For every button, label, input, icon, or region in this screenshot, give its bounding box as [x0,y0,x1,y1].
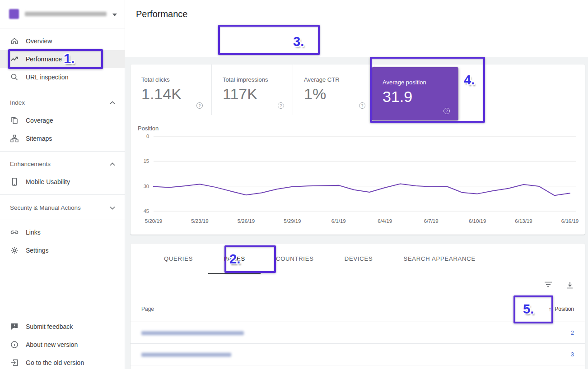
svg-text:5/23/19: 5/23/19 [191,218,208,224]
filter-bar: Search type: Web Date: Last 28 days NEW … [125,28,588,57]
chevron-down-icon [110,204,115,211]
sidebar-item-label: Submit feedback [26,323,73,330]
chevron-down-icon [112,10,117,18]
svg-text:6/10/19: 6/10/19 [469,218,486,224]
sidebar-group-security-manual-actions[interactable]: Security & Manual Actions [0,198,125,217]
sidebar-item-performance[interactable]: Performance [0,50,125,68]
metric-total-impressions[interactable]: Total impressions 117K ? [212,65,293,115]
sidebar: Overview Performance URL inspection Inde… [0,0,125,369]
table-filter-icon[interactable] [544,281,552,289]
content-area: Total clicks 1.14K ? Total impressions 1… [125,57,588,369]
chevron-up-icon [110,161,115,167]
table-toolbar [131,274,585,296]
sidebar-item-label: URL inspection [26,74,68,81]
svg-text:?: ? [280,103,282,108]
column-header-position[interactable]: ↑ Position [548,296,574,322]
sidebar-item-url-inspection[interactable]: URL inspection [0,68,125,86]
sidebar-item-label: Performance [26,55,62,63]
property-name-redacted [25,12,107,16]
tab-search-appearance[interactable]: SEARCH APPEARANCE [388,244,491,274]
sidebar-group-index[interactable]: Index [0,93,125,111]
tab-label: PAGES [224,255,245,262]
sidebar-item-sitemaps[interactable]: Sitemaps [0,129,125,148]
page-url-redacted [141,331,244,335]
svg-text:6/7/19: 6/7/19 [424,218,439,224]
metric-average-ctr[interactable]: Average CTR 1% ? [293,65,374,115]
sidebar-item-go-to-old-version[interactable]: Go to the old version [0,354,125,369]
metric-value: 1.14K [141,85,182,103]
help-icon[interactable]: ? [196,102,203,109]
property-selector[interactable] [0,0,125,28]
tab-queries[interactable]: QUERIES [149,244,208,274]
exit-icon [10,358,19,367]
sidebar-item-overview[interactable]: Overview [0,32,125,50]
tab-label: COUNTRIES [276,255,314,262]
dimensions-table-card: QUERIES PAGES COUNTRIES DEVICES SEARCH A… [131,244,585,369]
tab-label: QUERIES [164,255,193,262]
svg-text:5/20/19: 5/20/19 [145,218,162,224]
svg-text:?: ? [198,103,201,108]
metric-label: Average CTR [304,76,340,83]
svg-text:0: 0 [146,134,149,139]
metric-value: 117K [223,85,257,103]
svg-text:30: 30 [144,184,149,189]
tab-devices[interactable]: DEVICES [329,244,388,274]
tab-label: SEARCH APPEARANCE [403,255,476,262]
sidebar-item-about-new-version[interactable]: About new version [0,336,125,354]
svg-text:45: 45 [144,208,149,214]
table-row[interactable]: 3 [131,344,585,365]
sitemaps-icon [10,134,19,143]
links-icon [10,228,19,237]
home-icon [10,37,19,46]
divider [0,194,125,195]
position-line-chart: 01530455/20/195/23/195/26/195/29/196/1/1… [131,126,585,229]
sidebar-item-label: Settings [26,247,49,254]
download-icon[interactable] [566,281,574,289]
help-icon[interactable]: ? [359,102,366,109]
dimension-tabs: QUERIES PAGES COUNTRIES DEVICES SEARCH A… [131,244,585,274]
svg-text:6/4/19: 6/4/19 [378,218,392,224]
gear-icon [10,246,19,255]
coverage-icon [10,116,19,125]
sidebar-item-links[interactable]: Links [0,223,125,241]
column-header-label: Position [555,306,574,312]
main-area: Performance Search type: Web Date: Last … [125,0,588,369]
sidebar-item-submit-feedback[interactable]: Submit feedback [0,318,125,336]
svg-text:15: 15 [144,158,149,164]
google-search-console-screen: Overview Performance URL inspection Inde… [0,0,588,369]
chevron-up-icon [110,99,115,106]
column-header-page[interactable]: Page [141,296,154,322]
divider [0,151,125,152]
tab-pages[interactable]: PAGES [208,244,261,274]
search-icon [10,73,19,82]
tab-countries[interactable]: COUNTRIES [261,244,329,274]
metric-value: 1% [304,85,326,103]
table-header-row: Page ↑ Position [131,296,585,322]
property-logo [9,9,19,19]
table-row[interactable]: 2 [131,322,585,344]
main-header: Performance [125,0,588,28]
page-title: Performance [136,0,188,28]
metric-total-clicks[interactable]: Total clicks 1.14K ? [131,65,212,115]
sidebar-item-label: Go to the old version [26,359,84,366]
help-icon[interactable]: ? [277,102,285,109]
svg-text:6/13/19: 6/13/19 [515,218,532,224]
info-icon [10,340,19,349]
sidebar-item-label: Coverage [26,117,53,124]
sidebar-item-settings[interactable]: Settings [0,241,125,259]
position-value: 2 [571,322,574,344]
metric-label: Total clicks [141,76,170,83]
group-label-text: Index [10,99,25,106]
sidebar-item-mobile-usability[interactable]: Mobile Usability [0,173,125,191]
divider [0,90,125,90]
sidebar-item-coverage[interactable]: Coverage [0,111,125,129]
performance-summary-card: Total clicks 1.14K ? Total impressions 1… [131,65,585,235]
performance-icon [10,55,19,64]
feedback-icon [10,322,19,331]
help-icon[interactable]: ? [443,107,450,115]
sidebar-item-label: About new version [26,341,78,348]
sidebar-item-label: Links [26,229,41,236]
sidebar-group-enhancements[interactable]: Enhancements [0,155,125,173]
group-label-text: Security & Manual Actions [10,204,81,211]
metric-average-position[interactable]: Average position 31.9 ? [372,67,458,120]
